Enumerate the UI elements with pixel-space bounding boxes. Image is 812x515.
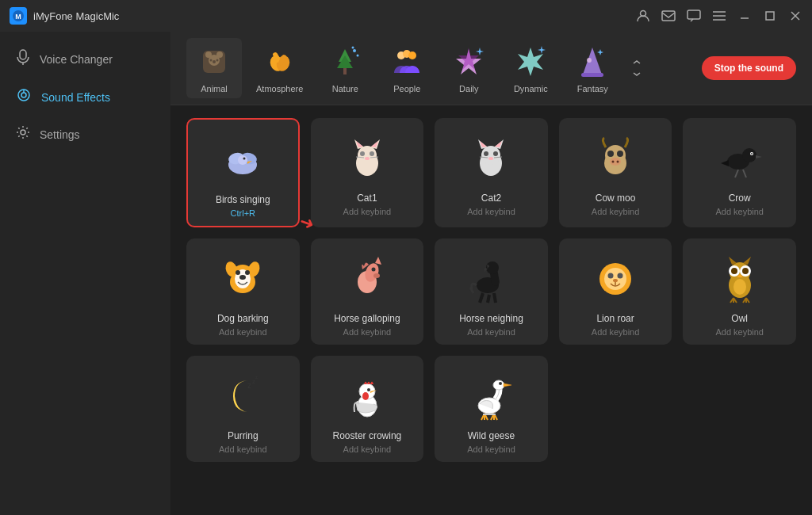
svg-point-108 [608,273,614,279]
cat2-icon [463,131,519,186]
atmosphere-icon [261,43,299,81]
svg-point-99 [371,268,375,272]
svg-point-47 [238,155,247,165]
svg-point-80 [742,148,756,162]
mail-icon[interactable] [661,9,676,23]
sound-card-dog-barking[interactable]: Dog barking Add keybind [186,238,300,345]
sidebar-item-voice-changer[interactable]: Voice Changer [0,40,170,78]
svg-text:z: z [255,375,258,380]
svg-point-119 [742,268,749,274]
svg-point-110 [613,279,618,282]
category-fantasy[interactable]: Fantasy [565,38,620,98]
sound-card-birds-singing[interactable]: Birds singing Ctrl+R ➜ [186,118,300,227]
category-dynamic[interactable]: Dynamic [503,38,558,98]
svg-text:z: z [247,381,251,390]
svg-point-23 [210,59,213,62]
user-icon[interactable] [636,9,650,23]
birds-singing-keybind[interactable]: Ctrl+R [231,208,255,218]
sound-card-horse-galloping[interactable]: Horse galloping Add keybind [311,238,424,345]
horse-neighing-keybind[interactable]: Add keybind [467,327,515,337]
animal-label: Animal [201,84,228,93]
svg-marker-41 [583,48,602,74]
close-icon[interactable] [788,9,802,23]
nature-icon [326,43,364,81]
lion-roar-name: Lion roar [596,313,634,324]
svg-line-85 [735,170,738,177]
svg-point-77 [612,161,615,163]
svg-point-68 [493,151,498,156]
content-area: Animal Atmosphere [170,32,812,515]
menu-icon[interactable] [712,9,726,23]
svg-point-92 [236,270,240,275]
svg-point-58 [365,157,370,160]
purring-name: Purring [228,430,259,441]
lion-roar-keybind[interactable]: Add keybind [592,327,640,337]
daily-label: Daily [459,84,478,93]
sound-card-lion-roar[interactable]: Lion roar Add keybind [559,238,672,345]
svg-point-32 [353,49,356,52]
cow-moo-keybind[interactable]: Add keybind [592,207,640,216]
cat2-keybind[interactable]: Add keybind [467,207,515,216]
cat1-keybind[interactable]: Add keybind [343,207,392,216]
app-title: iMyFone MagicMic [33,10,636,22]
sound-effects-icon [16,88,32,106]
svg-point-118 [731,268,737,274]
purring-icon: z z z [215,368,270,424]
stop-sound-button[interactable]: Stop the sound [702,56,796,80]
title-bar: M iMyFone MagicMic [0,0,812,32]
maximize-icon[interactable] [763,9,777,23]
sound-card-cat2[interactable]: Cat2 Add keybind [435,118,548,227]
svg-marker-81 [756,155,762,158]
wild-geese-name: Wild geese [468,430,515,441]
rooster-crowing-icon [339,368,395,424]
category-people[interactable]: People [379,38,435,98]
birds-singing-icon [215,132,270,188]
purring-keybind[interactable]: Add keybind [219,444,267,454]
svg-point-34 [352,47,354,49]
sound-grid: Birds singing Ctrl+R ➜ [186,118,796,462]
sound-card-purring[interactable]: z z z Purring Add keybind [186,356,300,462]
svg-point-74 [607,151,614,157]
horse-galloping-icon [339,251,395,307]
sound-card-crow[interactable]: Crow Add keybind [683,118,796,227]
horse-galloping-keybind[interactable]: Add keybind [343,327,392,337]
wild-geese-icon [463,368,519,424]
svg-point-76 [610,158,621,166]
category-atmosphere[interactable]: Atmosphere [248,38,311,98]
sound-card-rooster-crowing[interactable]: Rooster crowing Add keybind [311,356,424,462]
chat-icon[interactable] [687,9,701,23]
sound-grid-container[interactable]: Birds singing Ctrl+R ➜ [170,105,812,515]
category-daily[interactable]: Daily [441,38,496,98]
rooster-crowing-keybind[interactable]: Add keybind [343,444,392,454]
category-nature[interactable]: Nature [317,38,373,98]
wild-geese-keybind[interactable]: Add keybind [467,444,515,454]
owl-keybind[interactable]: Add keybind [715,327,764,337]
sidebar: Voice Changer Sound Effects Settings [0,32,170,515]
crow-icon [712,131,768,186]
svg-rect-4 [688,10,700,19]
sound-card-owl[interactable]: Owl Add keybind [683,238,796,345]
svg-point-17 [21,130,25,135]
dog-barking-keybind[interactable]: Add keybind [219,327,267,337]
voice-changer-label: Voice Changer [40,53,113,66]
svg-marker-115 [743,257,751,265]
sound-card-horse-neighing[interactable]: Horse neighing Add keybind [435,238,548,345]
svg-point-78 [617,161,619,163]
sound-card-wild-geese[interactable]: Wild geese Add keybind [435,356,548,462]
sidebar-item-sound-effects[interactable]: Sound Effects [0,78,170,116]
svg-point-109 [618,273,623,279]
nature-label: Nature [332,84,358,93]
sound-card-cow-moo[interactable]: Cow moo Add keybind [559,118,672,227]
minimize-icon[interactable] [737,9,752,23]
svg-point-130 [367,388,370,391]
horse-galloping-name: Horse galloping [334,313,400,324]
svg-marker-82 [721,160,729,166]
svg-point-57 [370,151,374,156]
expand-categories-icon[interactable] [630,61,644,75]
crow-keybind[interactable]: Add keybind [715,207,764,216]
sound-card-cat1[interactable]: Cat1 Add keybind [311,118,424,227]
horse-neighing-icon [463,251,519,307]
dog-barking-name: Dog barking [217,313,269,324]
sidebar-item-settings[interactable]: Settings [0,116,170,153]
category-animal[interactable]: Animal [186,38,242,98]
